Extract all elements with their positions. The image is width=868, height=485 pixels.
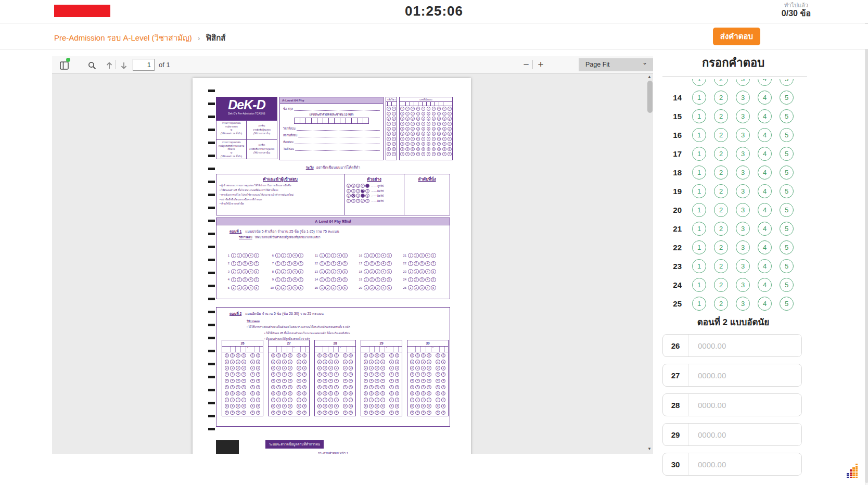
choice-bubble-q14-4[interactable]: 4 <box>758 91 772 105</box>
stats-counter-icon[interactable] <box>846 463 858 478</box>
choice-bubble-q25-4[interactable]: 4 <box>758 297 772 311</box>
essay-answer-input-28[interactable] <box>688 394 801 416</box>
submit-answers-button[interactable]: ส่งคำตอบ <box>713 28 760 45</box>
choice-bubble-q18-3[interactable]: 3 <box>736 165 750 180</box>
binding-hole <box>208 311 215 313</box>
page-number-input[interactable] <box>133 59 155 71</box>
browser-scrollbar[interactable] <box>865 0 868 485</box>
choice-bubble-q17-2[interactable]: 2 <box>714 147 728 161</box>
viewer-scroll-up-arrow[interactable]: ▲ <box>646 74 653 80</box>
choice-bubble-q21-2[interactable]: 2 <box>714 222 728 236</box>
choice-bubble-q24-1[interactable]: 1 <box>692 278 706 292</box>
numeric-digit-bubble: 1 <box>436 360 440 364</box>
choice-bubble-q17-4[interactable]: 4 <box>758 147 772 161</box>
choice-bubble-q21-1[interactable]: 1 <box>692 222 706 236</box>
sheet-choice-bubble: 4 <box>381 253 386 258</box>
choice-bubble-q16-4[interactable]: 4 <box>758 128 772 142</box>
choice-bubble-q14-5[interactable]: 5 <box>780 91 794 105</box>
choice-bubble-q20-3[interactable]: 3 <box>736 203 750 217</box>
choice-bubble-q21-3[interactable]: 3 <box>736 222 750 236</box>
next-page-arrow-icon[interactable] <box>117 58 131 71</box>
previous-page-arrow-icon[interactable] <box>103 58 116 71</box>
choice-bubble-q23-2[interactable]: 2 <box>714 259 728 273</box>
choice-bubble-q23-4[interactable]: 4 <box>758 259 772 273</box>
choice-bubble-q23-5[interactable]: 5 <box>780 259 794 273</box>
choice-bubble-q22-5[interactable]: 5 <box>780 240 794 254</box>
choice-bubble-q13-4[interactable]: 4 <box>758 79 772 86</box>
choice-bubble-q21-5[interactable]: 5 <box>780 222 794 236</box>
sidebar-toggle-button[interactable] <box>57 58 71 71</box>
choice-bubble-q23-3[interactable]: 3 <box>736 259 750 273</box>
choice-bubble-q24-5[interactable]: 5 <box>780 278 794 292</box>
essay-answer-input-29[interactable] <box>688 424 801 445</box>
viewer-scrollbar-thumb[interactable] <box>647 81 653 113</box>
choice-bubble-q20-2[interactable]: 2 <box>714 203 728 217</box>
choice-bubble-q25-2[interactable]: 2 <box>714 297 728 311</box>
choice-bubble-q22-3[interactable]: 3 <box>736 240 750 254</box>
choice-bubble-q15-4[interactable]: 4 <box>758 109 772 123</box>
choice-bubble-q19-2[interactable]: 2 <box>714 184 728 198</box>
choice-bubble-q13-3[interactable]: 3 <box>736 79 750 86</box>
choice-bubble-q16-3[interactable]: 3 <box>736 128 750 142</box>
choice-bubble-q13-2[interactable]: 2 <box>714 79 728 86</box>
choice-bubble-q20-4[interactable]: 4 <box>758 203 772 217</box>
choice-bubble-q19-4[interactable]: 4 <box>758 184 772 198</box>
zoom-in-button[interactable]: + <box>534 58 547 71</box>
choice-bubble-q22-2[interactable]: 2 <box>714 240 728 254</box>
numeric-digit-bubble: 3 <box>225 372 229 377</box>
breadcrumb-exam-link[interactable]: Pre-Admission รอบ A-Level (วิชาสามัญ) <box>54 33 192 42</box>
choice-bubble-q13-5[interactable]: 5 <box>780 79 794 86</box>
binding-hole <box>208 428 215 430</box>
choice-bubble-q21-4[interactable]: 4 <box>758 222 772 236</box>
choice-bubble-q14-1[interactable]: 1 <box>692 91 706 105</box>
choice-bubble-q19-5[interactable]: 5 <box>780 184 794 198</box>
choice-bubble-q16-2[interactable]: 2 <box>714 128 728 142</box>
numeric-digit-bubble: 5 <box>410 385 415 390</box>
choice-bubble-q22-1[interactable]: 1 <box>692 240 706 254</box>
choice-bubble-q18-5[interactable]: 5 <box>780 165 794 180</box>
search-icon[interactable] <box>85 58 99 71</box>
numeric-digit-bubble: 2 <box>282 366 287 371</box>
numeric-bubble-row: 222222 <box>222 365 263 371</box>
choice-bubble-q15-3[interactable]: 3 <box>736 109 750 123</box>
choice-bubble-q24-3[interactable]: 3 <box>736 278 750 292</box>
choice-bubble-q24-4[interactable]: 4 <box>758 278 772 292</box>
breadcrumb-separator: › <box>198 34 200 42</box>
part2-title: ตอนที่ 2 แบบอัตนัย จำนวน 5 ข้อ (ข้อ 26-3… <box>229 311 324 316</box>
choice-bubble-q20-1[interactable]: 1 <box>692 203 706 217</box>
choice-bubble-q16-5[interactable]: 5 <box>780 128 794 142</box>
zoom-out-button[interactable]: − <box>519 58 533 71</box>
choice-bubble-q18-4[interactable]: 4 <box>758 165 772 180</box>
choice-bubble-q16-1[interactable]: 1 <box>692 128 706 142</box>
digit-bubble: 6 <box>387 137 391 141</box>
essay-answer-input-26[interactable] <box>688 335 801 356</box>
zoom-scale-select[interactable]: Page Fit ⌄ <box>579 58 653 71</box>
choice-bubble-q23-1[interactable]: 1 <box>692 259 706 273</box>
choice-bubble-q18-2[interactable]: 2 <box>714 165 728 180</box>
choice-bubble-q17-5[interactable]: 5 <box>780 147 794 161</box>
choice-bubble-q25-3[interactable]: 3 <box>736 297 750 311</box>
choice-bubble-q15-5[interactable]: 5 <box>780 109 794 123</box>
browser-scrollbar-thumb[interactable] <box>865 1 868 483</box>
essay-answer-input-27[interactable] <box>688 364 801 386</box>
sheet-choice-bubble: 5 <box>298 261 303 266</box>
choice-bubble-q19-1[interactable]: 1 <box>692 184 706 198</box>
choice-bubble-q17-3[interactable]: 3 <box>736 147 750 161</box>
choice-bubble-q19-3[interactable]: 3 <box>736 184 750 198</box>
choice-bubble-q15-2[interactable]: 2 <box>714 109 728 123</box>
choice-bubble-q14-2[interactable]: 2 <box>714 91 728 105</box>
choice-bubble-q20-5[interactable]: 5 <box>780 203 794 217</box>
choice-bubble-q25-1[interactable]: 1 <box>692 297 706 311</box>
choice-bubble-q15-1[interactable]: 1 <box>692 109 706 123</box>
mc-bubble-group: 12345 <box>692 259 801 273</box>
viewer-scroll-down-arrow[interactable]: ▼ <box>646 446 653 452</box>
choice-bubble-q17-1[interactable]: 1 <box>692 147 706 161</box>
essay-answer-input-30[interactable] <box>688 453 801 475</box>
choice-bubble-q25-5[interactable]: 5 <box>780 297 794 311</box>
choice-bubble-q14-3[interactable]: 3 <box>736 91 750 105</box>
choice-bubble-q24-2[interactable]: 2 <box>714 278 728 292</box>
choice-bubble-q22-4[interactable]: 4 <box>758 240 772 254</box>
choice-bubble-q13-1[interactable]: 1 <box>692 79 706 86</box>
choice-bubble-q18-1[interactable]: 1 <box>692 165 706 180</box>
numeric-digit-bubble: 9 <box>297 411 301 415</box>
